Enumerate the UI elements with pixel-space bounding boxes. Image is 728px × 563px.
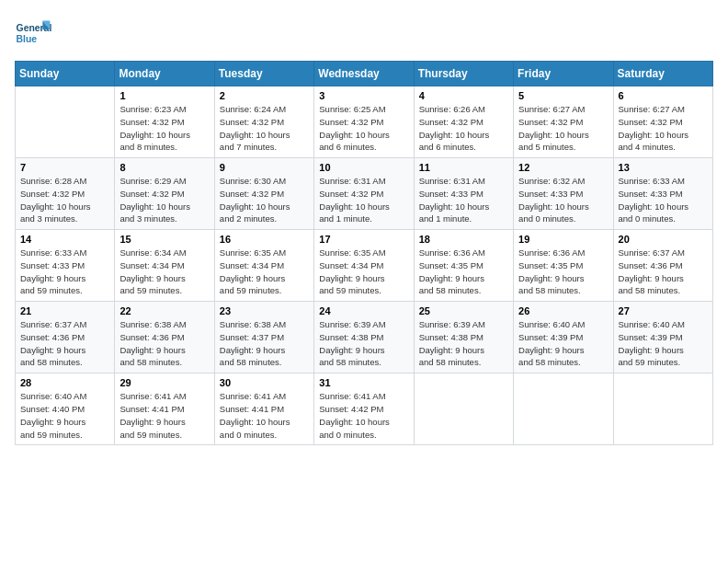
- day-number: 30: [220, 377, 309, 388]
- calendar-cell: 26Sunrise: 6:40 AMSunset: 4:39 PMDayligh…: [514, 302, 613, 373]
- calendar-cell: [613, 373, 712, 445]
- day-number: 17: [319, 234, 408, 245]
- calendar-week-4: 21Sunrise: 6:37 AMSunset: 4:36 PMDayligh…: [16, 302, 713, 373]
- day-header-sunday: Sunday: [16, 62, 115, 86]
- calendar-cell: 29Sunrise: 6:41 AMSunset: 4:41 PMDayligh…: [115, 373, 214, 445]
- day-header-saturday: Saturday: [613, 62, 712, 86]
- calendar-week-2: 7Sunrise: 6:28 AMSunset: 4:32 PMDaylight…: [16, 158, 713, 230]
- calendar-cell: 15Sunrise: 6:34 AMSunset: 4:34 PMDayligh…: [115, 230, 214, 302]
- calendar-cell: 23Sunrise: 6:38 AMSunset: 4:37 PMDayligh…: [214, 302, 313, 373]
- day-number: 3: [319, 90, 408, 101]
- calendar-cell: 14Sunrise: 6:33 AMSunset: 4:33 PMDayligh…: [16, 230, 115, 302]
- calendar-cell: 11Sunrise: 6:31 AMSunset: 4:33 PMDayligh…: [414, 158, 513, 230]
- day-info: Sunrise: 6:40 AMSunset: 4:40 PMDaylight:…: [20, 390, 109, 441]
- day-header-wednesday: Wednesday: [314, 62, 414, 86]
- calendar-cell: 17Sunrise: 6:35 AMSunset: 4:34 PMDayligh…: [314, 230, 414, 302]
- day-info: Sunrise: 6:34 AMSunset: 4:34 PMDaylight:…: [119, 247, 209, 297]
- day-info: Sunrise: 6:32 AMSunset: 4:33 PMDaylight:…: [518, 175, 608, 225]
- day-number: 1: [119, 90, 209, 101]
- calendar-cell: 30Sunrise: 6:41 AMSunset: 4:41 PMDayligh…: [214, 373, 313, 445]
- calendar-cell: 21Sunrise: 6:37 AMSunset: 4:36 PMDayligh…: [16, 302, 115, 373]
- day-header-friday: Friday: [514, 62, 613, 86]
- day-number: 21: [20, 305, 109, 316]
- day-number: 14: [20, 234, 109, 245]
- calendar-cell: 5Sunrise: 6:27 AMSunset: 4:32 PMDaylight…: [514, 86, 613, 158]
- day-number: 2: [220, 90, 309, 101]
- day-number: 9: [220, 162, 309, 173]
- calendar-cell: 7Sunrise: 6:28 AMSunset: 4:32 PMDaylight…: [16, 158, 115, 230]
- calendar-cell: 4Sunrise: 6:26 AMSunset: 4:32 PMDaylight…: [414, 86, 513, 158]
- day-number: 11: [419, 162, 508, 173]
- day-info: Sunrise: 6:41 AMSunset: 4:41 PMDaylight:…: [220, 390, 309, 441]
- calendar-cell: 3Sunrise: 6:25 AMSunset: 4:32 PMDaylight…: [314, 86, 414, 158]
- day-info: Sunrise: 6:35 AMSunset: 4:34 PMDaylight:…: [319, 247, 408, 297]
- day-number: 10: [319, 162, 408, 173]
- day-number: 7: [20, 162, 109, 173]
- day-info: Sunrise: 6:27 AMSunset: 4:32 PMDaylight:…: [518, 103, 608, 154]
- day-number: 25: [419, 305, 508, 316]
- day-number: 29: [119, 377, 209, 388]
- day-number: 13: [619, 162, 708, 173]
- calendar-cell: 9Sunrise: 6:30 AMSunset: 4:32 PMDaylight…: [214, 158, 313, 230]
- day-info: Sunrise: 6:25 AMSunset: 4:32 PMDaylight:…: [319, 103, 408, 154]
- day-number: 31: [319, 377, 408, 388]
- calendar-cell: 31Sunrise: 6:41 AMSunset: 4:42 PMDayligh…: [314, 373, 414, 445]
- day-header-tuesday: Tuesday: [214, 62, 313, 86]
- calendar-cell: 8Sunrise: 6:29 AMSunset: 4:32 PMDaylight…: [115, 158, 214, 230]
- day-info: Sunrise: 6:31 AMSunset: 4:33 PMDaylight:…: [419, 175, 508, 225]
- day-info: Sunrise: 6:31 AMSunset: 4:32 PMDaylight:…: [319, 175, 408, 225]
- calendar-week-3: 14Sunrise: 6:33 AMSunset: 4:33 PMDayligh…: [16, 230, 713, 302]
- calendar-cell: 27Sunrise: 6:40 AMSunset: 4:39 PMDayligh…: [613, 302, 712, 373]
- calendar-cell: 12Sunrise: 6:32 AMSunset: 4:33 PMDayligh…: [514, 158, 613, 230]
- day-number: 16: [220, 234, 309, 245]
- day-info: Sunrise: 6:26 AMSunset: 4:32 PMDaylight:…: [419, 103, 508, 154]
- day-info: Sunrise: 6:37 AMSunset: 4:36 PMDaylight:…: [619, 247, 708, 297]
- calendar-cell: [414, 373, 513, 445]
- day-info: Sunrise: 6:33 AMSunset: 4:33 PMDaylight:…: [619, 175, 708, 225]
- logo-icon: General Blue: [15, 15, 51, 52]
- calendar-cell: 6Sunrise: 6:27 AMSunset: 4:32 PMDaylight…: [613, 86, 712, 158]
- day-info: Sunrise: 6:41 AMSunset: 4:41 PMDaylight:…: [119, 390, 209, 441]
- logo: General Blue: [15, 15, 55, 52]
- calendar-header-row: SundayMondayTuesdayWednesdayThursdayFrid…: [16, 62, 713, 86]
- day-info: Sunrise: 6:36 AMSunset: 4:35 PMDaylight:…: [518, 247, 608, 297]
- calendar-cell: 22Sunrise: 6:38 AMSunset: 4:36 PMDayligh…: [115, 302, 214, 373]
- page-header: General Blue: [15, 15, 713, 52]
- day-info: Sunrise: 6:40 AMSunset: 4:39 PMDaylight:…: [619, 318, 708, 369]
- calendar-cell: 2Sunrise: 6:24 AMSunset: 4:32 PMDaylight…: [214, 86, 313, 158]
- calendar-cell: 10Sunrise: 6:31 AMSunset: 4:32 PMDayligh…: [314, 158, 414, 230]
- calendar-cell: 1Sunrise: 6:23 AMSunset: 4:32 PMDaylight…: [115, 86, 214, 158]
- day-number: 26: [518, 305, 608, 316]
- calendar-cell: 28Sunrise: 6:40 AMSunset: 4:40 PMDayligh…: [16, 373, 115, 445]
- day-number: 4: [419, 90, 508, 101]
- day-number: 27: [619, 305, 708, 316]
- day-info: Sunrise: 6:24 AMSunset: 4:32 PMDaylight:…: [220, 103, 309, 154]
- day-number: 12: [518, 162, 608, 173]
- day-number: 24: [319, 305, 408, 316]
- day-number: 5: [518, 90, 608, 101]
- day-info: Sunrise: 6:36 AMSunset: 4:35 PMDaylight:…: [419, 247, 508, 297]
- calendar-cell: 20Sunrise: 6:37 AMSunset: 4:36 PMDayligh…: [613, 230, 712, 302]
- calendar-week-1: 1Sunrise: 6:23 AMSunset: 4:32 PMDaylight…: [16, 86, 713, 158]
- day-number: 15: [119, 234, 209, 245]
- day-info: Sunrise: 6:40 AMSunset: 4:39 PMDaylight:…: [518, 318, 608, 369]
- day-info: Sunrise: 6:29 AMSunset: 4:32 PMDaylight:…: [119, 175, 209, 225]
- day-info: Sunrise: 6:38 AMSunset: 4:36 PMDaylight:…: [119, 318, 209, 369]
- day-info: Sunrise: 6:39 AMSunset: 4:38 PMDaylight:…: [319, 318, 408, 369]
- day-number: 19: [518, 234, 608, 245]
- calendar-table: SundayMondayTuesdayWednesdayThursdayFrid…: [15, 61, 713, 445]
- day-number: 20: [619, 234, 708, 245]
- day-header-thursday: Thursday: [414, 62, 513, 86]
- day-info: Sunrise: 6:23 AMSunset: 4:32 PMDaylight:…: [119, 103, 209, 154]
- day-info: Sunrise: 6:28 AMSunset: 4:32 PMDaylight:…: [20, 175, 109, 225]
- day-number: 28: [20, 377, 109, 388]
- calendar-cell: [514, 373, 613, 445]
- calendar-cell: 24Sunrise: 6:39 AMSunset: 4:38 PMDayligh…: [314, 302, 414, 373]
- calendar-week-5: 28Sunrise: 6:40 AMSunset: 4:40 PMDayligh…: [16, 373, 713, 445]
- day-info: Sunrise: 6:37 AMSunset: 4:36 PMDaylight:…: [20, 318, 109, 369]
- day-info: Sunrise: 6:38 AMSunset: 4:37 PMDaylight:…: [220, 318, 309, 369]
- calendar-cell: [16, 86, 115, 158]
- day-number: 18: [419, 234, 508, 245]
- svg-text:Blue: Blue: [17, 34, 38, 44]
- day-info: Sunrise: 6:33 AMSunset: 4:33 PMDaylight:…: [20, 247, 109, 297]
